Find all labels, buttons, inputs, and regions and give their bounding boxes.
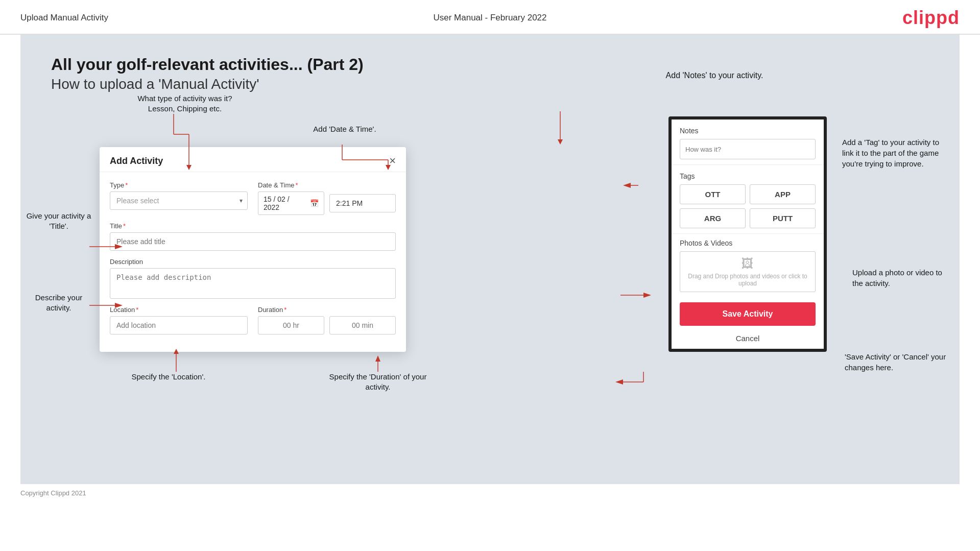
annotation-tag: Add a 'Tag' to your activity to link it … — [842, 137, 952, 169]
svg-marker-18 — [375, 355, 380, 362]
tags-grid: OTT APP ARG PUTT — [680, 184, 816, 228]
tags-label: Tags — [680, 172, 816, 180]
form-group-duration: Duration* — [258, 306, 396, 334]
title-label: Title* — [110, 222, 396, 230]
description-label: Description — [110, 258, 396, 266]
description-textarea[interactable] — [110, 268, 396, 299]
form-group-location: Location* — [110, 306, 248, 334]
date-input-wrapper[interactable]: 15 / 02 / 2022 📅 — [258, 191, 324, 215]
main-content: All your golf-relevant activities... (Pa… — [20, 35, 960, 484]
photos-section: Photos & Videos 🖼 Drag and Drop photos a… — [672, 233, 824, 297]
form-row-location-duration: Location* Duration* — [110, 306, 396, 334]
type-label: Type* — [110, 181, 248, 189]
type-select[interactable]: Please select — [110, 191, 248, 210]
annotation-location: Specify the 'Location'. — [123, 372, 214, 382]
page-title-left: Upload Manual Activity — [20, 13, 108, 23]
date-value: 15 / 02 / 2022 — [264, 195, 307, 211]
notes-section: Notes — [672, 119, 824, 165]
notes-label: Notes — [680, 127, 816, 135]
tag-ott[interactable]: OTT — [680, 184, 746, 204]
close-button[interactable]: × — [389, 155, 396, 166]
time-input[interactable] — [329, 194, 396, 212]
annotation-date-time: Add 'Date & Time'. — [301, 124, 388, 134]
notes-input[interactable] — [680, 139, 816, 159]
tag-arg[interactable]: ARG — [680, 208, 746, 228]
svg-marker-21 — [558, 139, 563, 145]
date-time-row: 15 / 02 / 2022 📅 — [258, 191, 396, 215]
svg-marker-29 — [615, 379, 623, 385]
form-row-type-date: Type* Please select ▾ Date & Time* — [110, 181, 396, 215]
modal-header: Add Activity × — [100, 147, 406, 172]
right-panel: Notes Tags OTT APP ARG PUTT Photos & Vid… — [668, 116, 827, 352]
annotation-save: 'Save Activity' or 'Cancel' your changes… — [845, 351, 954, 373]
annotation-notes: Add 'Notes' to your activity. — [658, 70, 771, 81]
annotation-upload: Upload a photo or video to the activity. — [852, 267, 954, 289]
form-row-title: Title* — [110, 222, 396, 251]
location-input[interactable] — [110, 316, 248, 334]
page-subtitle-center: User Manual - February 2022 — [433, 13, 546, 23]
form-group-datetime: Date & Time* 15 / 02 / 2022 📅 — [258, 181, 396, 215]
top-bar: Upload Manual Activity User Manual - Feb… — [0, 0, 980, 35]
calendar-icon: 📅 — [310, 199, 319, 207]
modal-body: Type* Please select ▾ Date & Time* — [100, 172, 406, 352]
photos-label: Photos & Videos — [680, 239, 816, 247]
tag-app[interactable]: APP — [750, 184, 816, 204]
copyright: Copyright Clippd 2021 — [0, 484, 980, 502]
duration-min-input[interactable] — [329, 316, 396, 334]
save-activity-button[interactable]: Save Activity — [680, 302, 816, 326]
duration-hr-input[interactable] — [258, 316, 324, 334]
title-input[interactable] — [110, 232, 396, 251]
section-heading-bold: All your golf-relevant activities... (Pa… — [51, 55, 929, 74]
form-group-type: Type* Please select ▾ — [110, 181, 248, 215]
annotation-give-title: Give your activity a 'Title'. — [26, 211, 92, 231]
duration-label: Duration* — [258, 306, 396, 314]
modal-title: Add Activity — [110, 156, 163, 166]
add-activity-modal: Add Activity × Type* Please select ▾ — [100, 147, 406, 352]
logo: clippd — [902, 7, 960, 29]
form-group-title: Title* — [110, 222, 396, 251]
tag-putt[interactable]: PUTT — [750, 208, 816, 228]
annotation-duration: Specify the 'Duration' of your activity. — [322, 372, 434, 392]
form-group-description: Description — [110, 258, 396, 299]
date-time-label: Date & Time* — [258, 181, 396, 189]
section-heading-sub: How to upload a 'Manual Activity' — [51, 76, 929, 92]
photos-upload-box[interactable]: 🖼 Drag and Drop photos and videos or cli… — [680, 251, 816, 292]
svg-marker-26 — [643, 293, 651, 298]
location-label: Location* — [110, 306, 248, 314]
form-row-description: Description — [110, 258, 396, 299]
duration-row — [258, 316, 396, 334]
tags-section: Tags OTT APP ARG PUTT — [672, 165, 824, 233]
upload-icon: 🖼 — [742, 256, 754, 271]
svg-marker-23 — [623, 183, 631, 188]
annotation-describe: Describe your activity. — [26, 293, 92, 313]
type-select-wrapper: Please select ▾ — [110, 191, 248, 210]
cancel-link[interactable]: Cancel — [672, 331, 824, 349]
photos-hint: Drag and Drop photos and videos or click… — [680, 273, 815, 287]
annotation-what-type: What type of activity was it? Lesson, Ch… — [134, 93, 236, 113]
